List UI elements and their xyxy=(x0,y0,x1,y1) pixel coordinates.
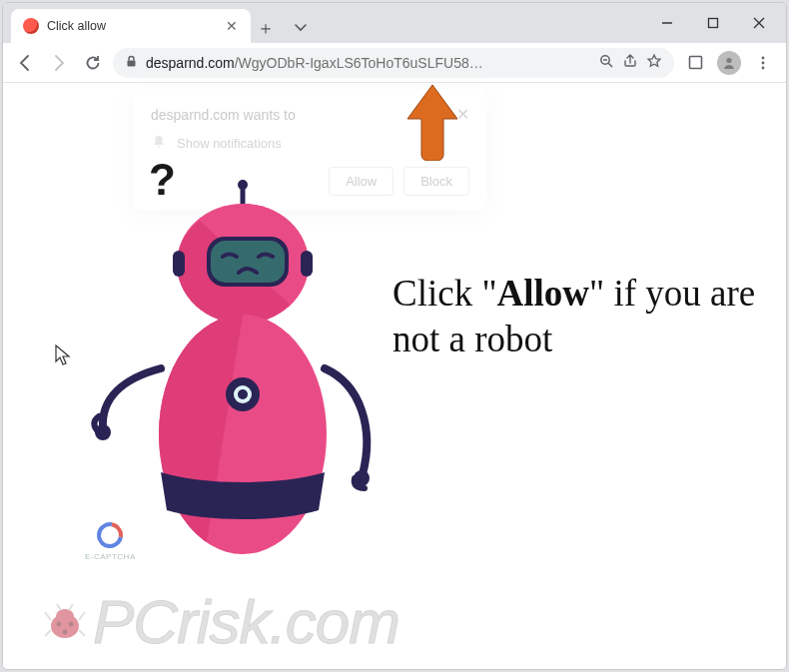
svg-point-30 xyxy=(63,629,68,634)
watermark-bug-icon xyxy=(43,602,87,642)
svg-line-4 xyxy=(608,63,612,67)
profile-avatar[interactable] xyxy=(714,48,744,78)
maximize-button[interactable] xyxy=(690,8,736,38)
svg-point-28 xyxy=(57,621,62,626)
captcha-label: E-CAPTCHA xyxy=(85,552,136,561)
url-path: /WgyODbR-IgaxLS6ToHoT6uSLFU58… xyxy=(235,55,483,71)
svg-rect-2 xyxy=(128,60,136,66)
close-window-button[interactable] xyxy=(736,8,782,38)
toolbar: desparnd.com/WgyODbR-IgaxLS6ToHoT6uSLFU5… xyxy=(3,43,786,83)
maintext-prefix: Click xyxy=(393,273,481,314)
forward-button[interactable] xyxy=(45,49,73,77)
main-instruction-text: Click "Allow" if you are not a robot xyxy=(393,271,762,363)
svg-point-23 xyxy=(238,389,248,399)
svg-point-20 xyxy=(225,488,261,512)
svg-rect-1 xyxy=(709,19,718,28)
page-content: desparnd.com wants to ✕ Show notificatio… xyxy=(3,83,786,669)
captcha-badge: E-CAPTCHA xyxy=(85,522,136,561)
omnibox[interactable]: desparnd.com/WgyODbR-IgaxLS6ToHoT6uSLFU5… xyxy=(113,48,674,78)
tabs-search-icon[interactable] xyxy=(281,13,321,43)
perm-popup-row: Show notifications xyxy=(177,136,282,151)
bell-icon xyxy=(151,134,167,153)
maintext-allow: Allow xyxy=(497,273,590,314)
svg-rect-18 xyxy=(301,251,313,277)
extensions-icon[interactable] xyxy=(680,48,710,78)
zoom-icon[interactable] xyxy=(598,53,614,72)
window-controls xyxy=(644,3,786,43)
watermark-text: PCrisk.com xyxy=(93,586,399,657)
reload-button[interactable] xyxy=(79,49,107,77)
url-domain: desparnd.com xyxy=(146,55,235,71)
captcha-spinner-icon xyxy=(92,517,128,553)
browser-window: Click allow ✕ ＋ xyxy=(2,2,787,670)
svg-point-7 xyxy=(726,57,731,62)
lock-icon xyxy=(125,55,138,71)
svg-rect-16 xyxy=(211,241,285,283)
pointer-arrow-graphic xyxy=(397,85,467,165)
maintext-quote-close: " xyxy=(589,273,604,314)
svg-point-12 xyxy=(238,180,248,190)
toolbar-right xyxy=(680,48,778,78)
svg-point-10 xyxy=(762,66,765,69)
svg-rect-6 xyxy=(689,57,701,69)
tab-title: Click allow xyxy=(47,19,215,33)
mouse-cursor-icon xyxy=(55,344,71,366)
tab-favicon xyxy=(23,18,39,34)
svg-point-29 xyxy=(69,621,74,626)
maintext-quote-open: " xyxy=(481,273,496,314)
svg-point-9 xyxy=(762,61,765,64)
url-text: desparnd.com/WgyODbR-IgaxLS6ToHoT6uSLFU5… xyxy=(146,55,590,71)
back-button[interactable] xyxy=(11,49,39,77)
watermark: PCrisk.com xyxy=(43,586,399,657)
svg-point-8 xyxy=(762,56,765,59)
perm-popup-title: desparnd.com wants to xyxy=(151,107,296,123)
bookmark-star-icon[interactable] xyxy=(646,53,662,72)
menu-icon[interactable] xyxy=(748,48,778,78)
titlebar: Click allow ✕ ＋ xyxy=(3,3,786,43)
share-icon[interactable] xyxy=(622,53,638,72)
block-button[interactable]: Block xyxy=(403,167,469,196)
minimize-button[interactable] xyxy=(644,8,690,38)
svg-rect-17 xyxy=(173,251,185,277)
tab-close-icon[interactable]: ✕ xyxy=(223,18,241,34)
new-tab-button[interactable]: ＋ xyxy=(251,13,281,43)
browser-tab[interactable]: Click allow ✕ xyxy=(11,9,251,43)
svg-point-27 xyxy=(56,609,74,623)
